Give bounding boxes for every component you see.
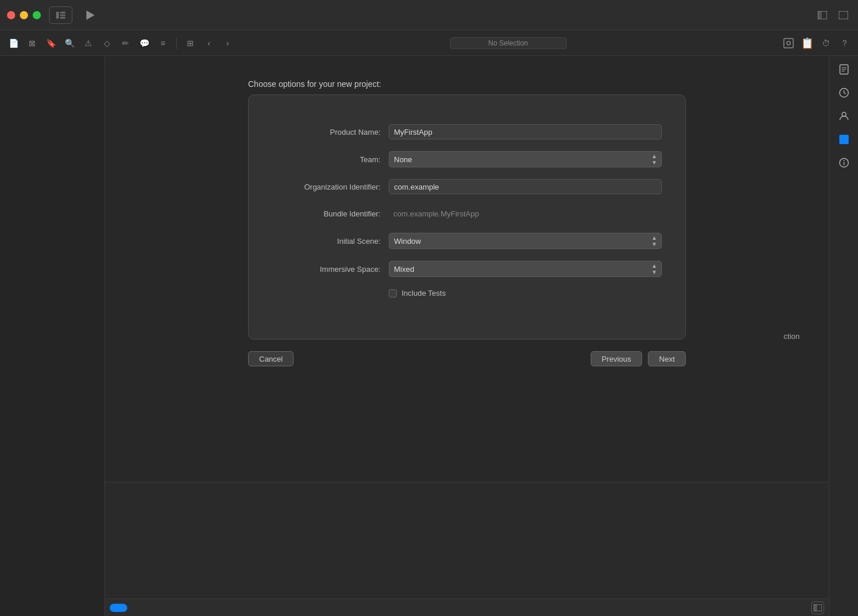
page-layout-icon[interactable] (811, 601, 824, 614)
immersive-space-select-wrapper: Mixed Full ▲▼ (389, 261, 662, 277)
right-sidebar (829, 56, 858, 616)
list-icon[interactable]: ≡ (155, 36, 170, 51)
file-text-sidebar-icon[interactable] (836, 62, 852, 77)
help-icon[interactable]: ? (837, 36, 852, 51)
main-content: Choose options for your new project: Pro… (0, 56, 858, 616)
immersive-space-group: Immersive Space: Mixed Full ▲▼ (272, 261, 662, 277)
titlebar-right (815, 8, 851, 23)
sidebar-toggle-icon[interactable] (49, 6, 72, 24)
initial-scene-label: Initial Scene: (272, 237, 389, 246)
maximize-button[interactable] (33, 11, 41, 19)
include-tests-label: Include Tests (402, 289, 446, 298)
comment-icon[interactable]: 💬 (137, 36, 152, 51)
team-select[interactable]: None Personal Team (389, 151, 662, 167)
svg-rect-20 (839, 135, 849, 144)
initial-scene-select[interactable]: Window Volume Full Space (389, 233, 662, 249)
svg-line-18 (844, 93, 846, 94)
product-name-group: Product Name: (272, 124, 662, 139)
close-icon[interactable]: ⊠ (25, 36, 40, 51)
svg-rect-1 (60, 12, 65, 13)
bundle-identifier-value: com.example.MyFirstApp (389, 206, 662, 221)
file-text-icon[interactable]: 📋 (800, 36, 815, 51)
partial-text: ction (784, 332, 800, 341)
clock-icon[interactable]: ⏱ (818, 36, 833, 51)
status-indicator (110, 604, 127, 612)
center-column: Choose options for your new project: Pro… (105, 56, 829, 616)
dialog-header: Choose options for your new project: (248, 79, 686, 89)
dialog-panel: Product Name: Team: None Personal Team ▲… (248, 94, 686, 340)
toolbar-divider (176, 37, 177, 49)
svg-point-9 (787, 41, 790, 45)
svg-marker-4 (86, 10, 95, 20)
include-tests-row: Include Tests (389, 289, 662, 298)
back-icon[interactable]: ‹ (201, 36, 217, 51)
svg-rect-7 (839, 11, 848, 19)
editor-bottom-bar (105, 598, 829, 616)
active-sidebar-icon[interactable] (836, 132, 852, 147)
org-identifier-label: Organization Identifier: (272, 183, 389, 191)
immersive-space-label: Immersive Space: (272, 265, 389, 274)
immersive-space-select[interactable]: Mixed Full (389, 261, 662, 277)
initial-scene-group: Initial Scene: Window Volume Full Space … (272, 233, 662, 249)
team-label: Team: (272, 155, 389, 164)
product-name-label: Product Name: (272, 128, 389, 136)
edit-icon[interactable]: ✏ (118, 36, 133, 51)
dialog-container: Choose options for your new project: Pro… (105, 56, 829, 482)
cancel-button[interactable]: Cancel (248, 351, 294, 366)
dialog-buttons: Cancel Previous Next (248, 351, 686, 366)
svg-rect-0 (56, 12, 59, 19)
svg-rect-6 (818, 11, 822, 19)
product-name-input[interactable] (389, 124, 662, 139)
next-button[interactable]: Next (648, 351, 686, 366)
grid-icon[interactable]: ⊞ (183, 36, 198, 51)
bundle-identifier-group: Bundle Identifier: com.example.MyFirstAp… (272, 206, 662, 221)
bookmark-icon[interactable]: 🔖 (43, 36, 58, 51)
info-sidebar-icon[interactable] (836, 155, 852, 170)
warning-icon[interactable]: ⚠ (81, 36, 96, 51)
person-sidebar-icon[interactable] (836, 108, 852, 124)
svg-rect-3 (60, 17, 65, 19)
svg-rect-2 (60, 14, 65, 16)
traffic-lights (7, 11, 41, 19)
bundle-identifier-label: Bundle Identifier: (272, 209, 389, 218)
titlebar (0, 0, 858, 30)
initial-scene-select-wrapper: Window Volume Full Space ▲▼ (389, 233, 662, 249)
maximize-icon[interactable] (836, 8, 851, 23)
forward-icon[interactable]: › (220, 36, 235, 51)
left-sidebar (0, 56, 105, 616)
no-selection-label: No Selection (450, 37, 567, 49)
minimize-button[interactable] (20, 11, 28, 19)
toolbar: 📄 ⊠ 🔖 🔍 ⚠ ◇ ✏ 💬 ≡ ⊞ ‹ › No Selection 📋 ⏱… (0, 30, 858, 56)
breakpoint-icon[interactable]: ◇ (99, 36, 114, 51)
play-button[interactable] (82, 6, 99, 24)
nav-buttons: Previous Next (591, 351, 686, 366)
app-window: 📄 ⊠ 🔖 🔍 ⚠ ◇ ✏ 💬 ≡ ⊞ ‹ › No Selection 📋 ⏱… (0, 0, 858, 616)
team-select-wrapper: None Personal Team ▲▼ (389, 151, 662, 167)
svg-rect-11 (814, 604, 817, 611)
window-icon[interactable] (815, 8, 830, 23)
svg-rect-8 (784, 38, 793, 48)
team-group: Team: None Personal Team ▲▼ (272, 151, 662, 167)
search-icon[interactable]: 🔍 (62, 36, 77, 51)
clock-sidebar-icon[interactable] (836, 85, 852, 100)
no-selection-area: No Selection (239, 37, 777, 49)
include-tests-wrapper: Include Tests (389, 289, 446, 298)
svg-point-23 (843, 160, 845, 162)
file-icon[interactable]: 📄 (6, 36, 21, 51)
org-identifier-input[interactable] (389, 179, 662, 194)
editor-bottom (105, 482, 829, 616)
previous-button[interactable]: Previous (591, 351, 643, 366)
close-button[interactable] (7, 11, 15, 19)
include-tests-checkbox[interactable] (389, 289, 397, 298)
canvas-icon[interactable] (781, 36, 796, 51)
org-identifier-group: Organization Identifier: (272, 179, 662, 194)
